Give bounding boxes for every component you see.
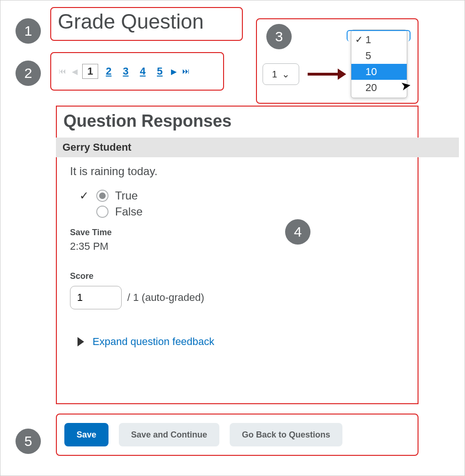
answer-row-false: False [79,205,404,218]
answer-label-true: True [115,189,138,202]
question-responses-panel: Question Responses Gerry Student It is r… [56,106,418,404]
pagination-first-icon[interactable]: ⏮ [58,67,67,76]
save-button[interactable]: Save [64,423,108,446]
pagination-page-4[interactable]: 4 [136,65,149,77]
responses-heading: Question Responses [57,107,418,138]
callout-badge-4: 4 [285,219,310,245]
pagination-prev-icon[interactable]: ◀ [71,67,78,76]
score-denominator: / 1 (auto-graded) [127,292,204,304]
expand-triangle-icon [78,337,84,346]
expand-feedback-label: Expand question feedback [93,336,214,348]
pagination-last-icon[interactable]: ⏭ [181,67,191,76]
radio-false[interactable] [96,206,108,218]
annotation-arrow-icon [308,73,341,76]
go-back-button[interactable]: Go Back to Questions [230,423,342,446]
student-name-bar: Gerry Student [56,138,459,157]
pagination-next-icon[interactable]: ▶ [170,67,178,76]
cursor-icon: ➤ [399,77,412,93]
answer-row-true: ✓ True [79,189,404,202]
callout-badge-5: 5 [16,429,41,454]
radio-true[interactable] [96,190,108,202]
score-label: Score [70,271,404,281]
expand-feedback-toggle[interactable]: Expand question feedback [78,336,404,348]
callout-badge-2: 2 [16,61,41,86]
pagination: ⏮ ◀ 1 2 3 4 5 ▶ ⏭ [50,52,224,91]
pagination-page-3[interactable]: 3 [119,65,132,77]
per-page-option-10[interactable]: 10 [351,64,407,80]
save-time-value: 2:35 PM [70,240,404,253]
save-time-label: Save Time [70,228,404,238]
per-page-option-20[interactable]: 20 [351,80,407,96]
pagination-page-5[interactable]: 5 [153,65,166,77]
callout-badge-1: 1 [16,18,41,44]
question-text: It is raining today. [70,165,404,178]
action-buttons-row: Save Save and Continue Go Back to Questi… [56,414,418,456]
chevron-down-icon: ⌄ [282,69,290,80]
per-page-dropdown[interactable]: 1 5 10 20 [351,30,407,98]
per-page-option-1[interactable]: 1 [351,32,407,48]
title-area: Grade Question [50,7,243,41]
answer-label-false: False [115,205,143,218]
page-title: Grade Question [51,8,242,35]
save-and-continue-button[interactable]: Save and Continue [119,423,219,446]
per-page-select[interactable]: 1 ⌄ [263,63,299,85]
per-page-area: 1 ⌄ 1 5 10 20 ➤ [256,18,418,104]
score-input[interactable] [70,286,122,309]
pagination-page-2[interactable]: 2 [102,65,115,77]
per-page-value: 1 [272,69,277,80]
correct-check-icon: ✓ [79,189,90,202]
pagination-page-1[interactable]: 1 [82,64,98,79]
per-page-option-5[interactable]: 5 [351,48,407,64]
